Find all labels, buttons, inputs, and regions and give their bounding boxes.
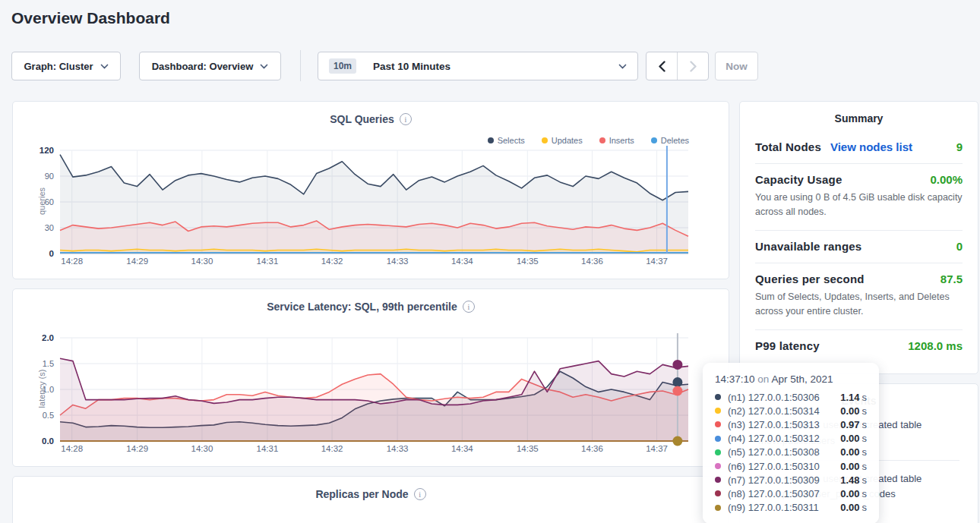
svg-text:14:28: 14:28 xyxy=(61,444,83,453)
overview-dashboard-page: { "page": { "title": "Overview Dashboard… xyxy=(0,0,980,523)
chart-hover-tooltip: 14:37:10 on Apr 5th, 2021 (n1) 127.0.0.1… xyxy=(703,363,879,523)
dashboard-dropdown[interactable]: Dashboard: Overview xyxy=(139,52,281,80)
graph-dropdown[interactable]: Graph: Cluster xyxy=(11,52,121,80)
time-range-picker[interactable]: 10m Past 10 Minutes xyxy=(318,52,638,80)
toolbar-divider xyxy=(300,50,301,81)
series-color-dot xyxy=(715,408,721,414)
tooltip-row: (n1) 127.0.0.1:503061.14s xyxy=(715,390,867,404)
summary-label: Unavailable ranges xyxy=(755,240,861,253)
summary-value: 9 xyxy=(956,140,963,153)
tooltip-node-value: 0.97 xyxy=(840,419,859,430)
svg-text:14:31: 14:31 xyxy=(257,444,279,453)
info-icon[interactable] xyxy=(463,301,475,313)
svg-text:14:36: 14:36 xyxy=(581,444,603,453)
summary-description: Sum of Selects, Updates, Inserts, and De… xyxy=(755,290,963,320)
tooltip-row: (n5) 127.0.0.1:503080.00s xyxy=(715,446,867,459)
prev-range-button[interactable] xyxy=(646,52,677,80)
svg-text:14:36: 14:36 xyxy=(581,257,603,266)
tooltip-row: (n3) 127.0.0.1:503130.97s xyxy=(715,417,867,431)
svg-text:14:28: 14:28 xyxy=(61,257,83,266)
sql-queries-title: SQL Queries xyxy=(330,113,394,125)
graph-dropdown-label: Graph: Cluster xyxy=(24,61,93,72)
tooltip-row: (n7) 127.0.0.1:503091.48s xyxy=(715,473,867,487)
summary-value: 1208.0 ms xyxy=(908,339,963,352)
info-icon[interactable] xyxy=(400,113,412,125)
svg-text:0: 0 xyxy=(49,249,54,258)
svg-text:2.0: 2.0 xyxy=(42,333,54,342)
tooltip-value-unit: s xyxy=(862,433,868,444)
summary-label: Capacity Usage xyxy=(755,173,842,186)
svg-text:14:37: 14:37 xyxy=(646,257,668,266)
tooltip-value-unit: s xyxy=(862,474,868,486)
view-nodes-list-link[interactable]: View nodes list xyxy=(830,140,912,153)
tooltip-rows: (n1) 127.0.0.1:503061.14s(n2) 127.0.0.1:… xyxy=(715,390,867,515)
summary-value: 87.5 xyxy=(940,273,963,285)
chevron-right-icon xyxy=(690,61,697,72)
time-range-badge: 10m xyxy=(329,58,356,74)
tooltip-node-value: 0.00 xyxy=(840,502,859,513)
svg-text:1.5: 1.5 xyxy=(43,359,54,368)
svg-text:14:31: 14:31 xyxy=(257,257,279,266)
tooltip-row: (n4) 127.0.0.1:503120.00s xyxy=(715,432,867,446)
next-range-button[interactable] xyxy=(677,52,708,80)
svg-text:120: 120 xyxy=(40,146,54,155)
service-latency-title: Service Latency: SQL, 99th percentile xyxy=(267,301,457,313)
series-color-dot xyxy=(715,449,721,455)
svg-text:14:35: 14:35 xyxy=(517,257,539,266)
time-range-label: Past 10 Minutes xyxy=(373,61,450,72)
svg-text:14:30: 14:30 xyxy=(191,257,213,266)
summary-panel: Summary Total NodesView nodes list9Capac… xyxy=(739,101,978,374)
tooltip-node-label: (n4) 127.0.0.1:50312 xyxy=(728,433,820,444)
tooltip-value-unit: s xyxy=(862,461,868,472)
tooltip-row: (n9) 127.0.0.1:503110.00s xyxy=(715,501,867,515)
service-latency-panel: Service Latency: SQL, 99th percentile 14… xyxy=(12,288,729,467)
svg-text:14:37: 14:37 xyxy=(646,444,668,453)
svg-text:14:34: 14:34 xyxy=(451,257,473,266)
svg-text:14:33: 14:33 xyxy=(387,257,409,266)
chevron-down-icon xyxy=(618,64,627,69)
summary-label: P99 latency xyxy=(755,339,820,352)
summary-row: Unavailable ranges0 xyxy=(755,230,963,263)
series-color-dot xyxy=(542,137,548,143)
tooltip-node-value: 0.00 xyxy=(840,488,859,499)
tooltip-timestamp: 14:37:10 on Apr 5th, 2021 xyxy=(715,373,867,385)
now-button[interactable]: Now xyxy=(715,52,758,80)
chevron-left-icon xyxy=(659,61,665,72)
tooltip-node-label: (n7) 127.0.0.1:50309 xyxy=(728,474,820,486)
chevron-down-icon xyxy=(260,64,268,69)
sql-queries-chart[interactable]: 14:2814:2914:3014:3114:3214:3314:3414:35… xyxy=(13,144,730,272)
summary-value: 0.00% xyxy=(930,173,963,186)
svg-text:1.0: 1.0 xyxy=(43,385,54,394)
series-color-dot xyxy=(715,477,721,483)
svg-text:0.0: 0.0 xyxy=(42,436,54,446)
tooltip-row: (n8) 127.0.0.1:503070.00s xyxy=(715,487,867,500)
tooltip-node-label: (n8) 127.0.0.1:50307 xyxy=(728,488,820,499)
replicas-per-node-title: Replicas per Node xyxy=(315,488,408,500)
tooltip-node-label: (n5) 127.0.0.1:50308 xyxy=(728,446,820,458)
svg-text:0.5: 0.5 xyxy=(43,411,54,420)
tooltip-node-label: (n6) 127.0.0.1:50310 xyxy=(728,461,820,472)
summary-row: Total NodesView nodes list9 xyxy=(755,131,963,163)
page-title: Overview Dashboard xyxy=(11,9,170,27)
tooltip-node-value: 1.14 xyxy=(840,392,859,403)
svg-text:60: 60 xyxy=(45,197,54,206)
summary-label: Queries per second xyxy=(755,273,865,285)
tooltip-node-label: (n3) 127.0.0.1:50313 xyxy=(728,419,820,430)
series-color-dot xyxy=(715,463,721,469)
series-color-dot xyxy=(488,137,494,143)
svg-text:14:32: 14:32 xyxy=(321,257,343,266)
tooltip-value-unit: s xyxy=(862,502,868,513)
series-color-dot xyxy=(715,421,721,427)
info-icon[interactable] xyxy=(414,488,426,500)
chevron-down-icon xyxy=(100,64,109,69)
series-color-dot xyxy=(715,505,721,511)
tooltip-node-value: 1.48 xyxy=(840,474,859,486)
summary-row: Queries per second87.5Sum of Selects, Up… xyxy=(755,263,963,329)
summary-row: Capacity Usage0.00%You are using 0 B of … xyxy=(755,163,963,230)
svg-text:14:29: 14:29 xyxy=(126,257,148,266)
svg-text:14:29: 14:29 xyxy=(126,444,148,453)
service-latency-chart[interactable]: 14:2814:2914:3014:3114:3214:3314:3414:35… xyxy=(13,332,730,459)
summary-title: Summary xyxy=(755,112,963,131)
series-color-dot xyxy=(651,137,657,143)
summary-description: You are using 0 B of 4.5 GiB usable disk… xyxy=(755,191,963,220)
